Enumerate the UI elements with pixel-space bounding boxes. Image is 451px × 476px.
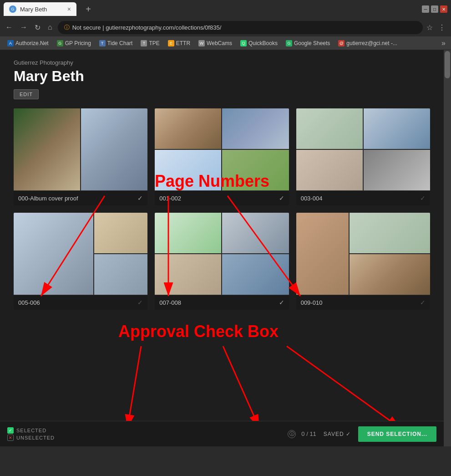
tab-title: Mary Beth — [20, 6, 47, 13]
gallery-label-3: 003-004 — [301, 195, 420, 202]
bookmark-gutierrez-email-label: gutierrez@gci.net -... — [346, 40, 397, 46]
selected-status: ✓ SELECTED — [7, 427, 55, 434]
gallery-thumb-4 — [14, 213, 147, 295]
gallery-thumb-3 — [296, 108, 430, 190]
unselected-status: ✕ UNSELECTED — [7, 435, 55, 441]
google-sheets-icon: G — [286, 40, 292, 46]
title-bar: G Mary Beth × + ─ □ ✕ — [0, 0, 451, 18]
ettr-icon: E — [168, 40, 174, 46]
url-input[interactable]: ⓘ Not secure | gutierrezphotography.com/… — [58, 21, 423, 34]
new-tab-button[interactable]: + — [82, 3, 95, 15]
bookmark-gp-pricing[interactable]: G GP Pricing — [53, 39, 95, 47]
tpe-icon: T — [141, 40, 147, 46]
window-controls: ─ □ ✕ — [422, 5, 447, 13]
bookmark-gutierrez-email[interactable]: @ gutierrez@gci.net -... — [334, 39, 401, 47]
gallery-footer-2: 001-002 ✓ — [155, 190, 289, 205]
close-button[interactable]: ✕ — [440, 5, 447, 13]
gallery-footer-4: 005-006 ✓ — [14, 295, 147, 310]
saved-label: SAVED — [324, 431, 344, 437]
bookmark-quickbooks[interactable]: Q QuickBooks — [237, 39, 281, 47]
unselected-icon: ✕ — [7, 435, 14, 441]
edit-button[interactable]: EDIT — [14, 89, 39, 99]
page-content: Gutierrez Photography Mary Beth EDIT 000… — [0, 50, 451, 446]
gutierrez-email-icon: @ — [338, 40, 345, 46]
reload-button[interactable]: ↻ — [33, 21, 42, 34]
bookmark-google-sheets-label: Google Sheets — [294, 40, 330, 46]
gallery-thumb-1 — [14, 108, 147, 190]
address-bar: ← → ↻ ⌂ ⓘ Not secure | gutierrezphotogra… — [0, 18, 451, 36]
studio-name: Gutierrez Photography — [14, 59, 430, 66]
gallery-thumb-5 — [155, 213, 289, 295]
gallery-check-2[interactable]: ✓ — [279, 194, 284, 202]
bookmarks-more-button[interactable]: » — [440, 38, 447, 48]
gallery-label-4: 005-006 — [18, 299, 137, 306]
bookmark-webcams-label: WebCams — [207, 40, 232, 46]
svg-line-7 — [287, 346, 400, 428]
gallery-check-1[interactable]: ✓ — [137, 194, 143, 202]
gallery-check-3[interactable]: ✓ — [420, 194, 426, 202]
home-button[interactable]: ⌂ — [46, 21, 54, 33]
gallery-footer-1: 000-Album cover proof ✓ — [14, 190, 147, 205]
quickbooks-icon: Q — [240, 40, 247, 46]
bookmark-ettr-label: ETTR — [176, 40, 190, 46]
gallery-footer-3: 003-004 ✓ — [296, 190, 430, 205]
bottom-bar: ✓ SELECTED ✕ UNSELECTED ⓘ 0 / 11 SAVED ✓… — [0, 421, 444, 446]
gallery-label-5: 007-008 — [159, 299, 279, 306]
counter-area: ⓘ 0 / 11 — [288, 430, 316, 438]
bookmark-google-sheets[interactable]: G Google Sheets — [282, 39, 334, 47]
unselected-label: UNSELECTED — [16, 435, 55, 440]
bookmark-tide-chart-label: Tide Chart — [107, 40, 133, 46]
saved-checkmark-icon: ✓ — [346, 431, 351, 437]
gallery-thumb-6 — [296, 213, 430, 295]
gallery-label-2: 001-002 — [159, 195, 279, 202]
extensions-button[interactable]: ⋮ — [436, 21, 447, 34]
gp-pricing-icon: G — [57, 40, 63, 46]
gallery-item-4[interactable]: 005-006 ✓ — [14, 213, 147, 310]
send-selection-button[interactable]: SEND SELECTION... — [358, 426, 436, 442]
bookmark-quickbooks-label: QuickBooks — [248, 40, 278, 46]
bookmark-tpe[interactable]: T TPE — [137, 39, 163, 47]
info-icon[interactable]: ⓘ — [288, 430, 296, 438]
authorize-icon: A — [7, 40, 14, 46]
status-items: ✓ SELECTED ✕ UNSELECTED — [7, 427, 55, 441]
selected-icon: ✓ — [7, 427, 14, 434]
svg-text:Approval Check Box: Approval Check Box — [118, 322, 279, 341]
gallery-check-5[interactable]: ✓ — [279, 299, 284, 306]
maximize-button[interactable]: □ — [431, 5, 438, 13]
url-text: Not secure | gutierrezphotography.com/co… — [72, 24, 222, 31]
tab-favicon: G — [9, 5, 16, 13]
gallery-label-6: 009-010 — [301, 299, 420, 306]
bookmark-authorize[interactable]: A Authorize.Net — [4, 39, 52, 47]
page-title: Mary Beth — [14, 68, 430, 85]
forward-button[interactable]: → — [18, 21, 29, 33]
scrollbar-thumb[interactable] — [445, 51, 450, 78]
counter-text: 0 / 11 — [301, 430, 316, 437]
bookmark-ettr[interactable]: E ETTR — [164, 39, 194, 47]
bookmark-webcams[interactable]: W WebCams — [195, 39, 236, 47]
bookmark-tide-chart[interactable]: T Tide Chart — [96, 39, 137, 47]
minimize-button[interactable]: ─ — [422, 5, 429, 13]
bookmark-gp-pricing-label: GP Pricing — [65, 40, 91, 46]
bookmark-tpe-label: TPE — [149, 40, 159, 46]
gallery-item-2[interactable]: 001-002 ✓ — [155, 108, 289, 205]
saved-status: SAVED ✓ — [324, 431, 351, 437]
selected-label: SELECTED — [16, 428, 46, 433]
gallery-check-4[interactable]: ✓ — [137, 299, 143, 306]
gallery-item-1[interactable]: 000-Album cover proof ✓ — [14, 108, 147, 205]
gallery-footer-5: 007-008 ✓ — [155, 295, 289, 310]
bookmark-authorize-label: Authorize.Net — [15, 40, 49, 46]
gallery-item-5[interactable]: 007-008 ✓ — [155, 213, 289, 310]
tide-chart-icon: T — [99, 40, 106, 46]
security-lock-icon: ⓘ — [64, 24, 70, 31]
gallery-item-6[interactable]: 009-010 ✓ — [296, 213, 430, 310]
gallery-item-3[interactable]: 003-004 ✓ — [296, 108, 430, 205]
bookmark-star-button[interactable]: ☆ — [426, 23, 433, 32]
back-button[interactable]: ← — [4, 21, 15, 33]
browser-tab[interactable]: G Mary Beth × — [4, 2, 76, 16]
gallery-label-1: 000-Album cover proof — [18, 195, 137, 202]
gallery-grid: 000-Album cover proof ✓ 001-002 ✓ — [14, 108, 430, 310]
gallery-check-6[interactable]: ✓ — [420, 299, 426, 306]
scrollbar[interactable] — [444, 50, 451, 446]
tab-close-button[interactable]: × — [67, 5, 71, 13]
gallery-footer-6: 009-010 ✓ — [296, 295, 430, 310]
